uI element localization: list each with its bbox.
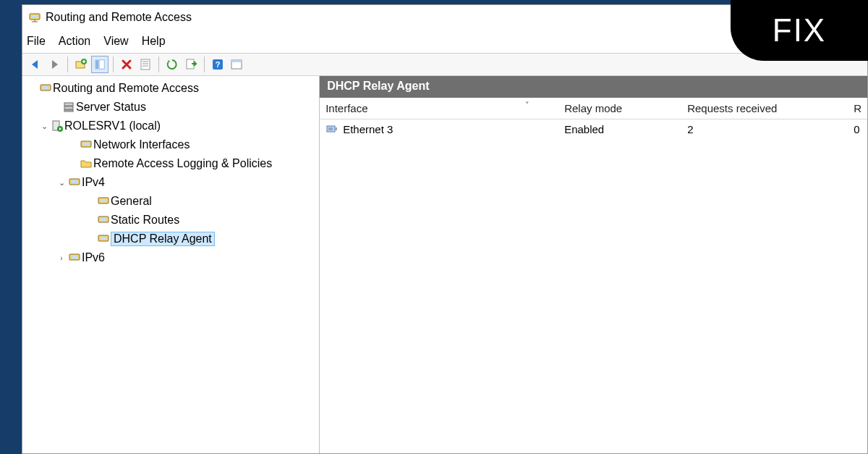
separator xyxy=(204,56,205,72)
tree-server-status[interactable]: Server Status xyxy=(24,98,318,117)
svg-rect-7 xyxy=(99,60,104,69)
svg-rect-29 xyxy=(101,199,106,202)
rras-icon xyxy=(38,82,53,95)
help-button[interactable]: ? xyxy=(209,56,226,73)
window-title: Routing and Remote Access xyxy=(46,11,192,24)
back-button[interactable] xyxy=(27,56,44,73)
tree-root[interactable]: Routing and Remote Access xyxy=(24,79,318,98)
chevron-down-icon[interactable]: ⌄ xyxy=(56,178,67,188)
tree-root-label: Routing and Remote Access xyxy=(53,82,199,95)
rras-window: Routing and Remote Access File Action Vi… xyxy=(22,4,868,454)
tree-dhcprelay-label: DHCP Relay Agent xyxy=(111,232,215,246)
tree-ipv4-dhcp-relay[interactable]: DHCP Relay Agent xyxy=(24,230,318,248)
svg-rect-18 xyxy=(43,86,48,89)
menu-help[interactable]: Help xyxy=(142,35,166,48)
svg-rect-35 xyxy=(72,256,77,258)
svg-rect-1 xyxy=(32,15,38,18)
cell-last: 0 xyxy=(848,122,867,137)
tree-ipv6-label: IPv6 xyxy=(82,251,105,264)
server-running-icon xyxy=(50,119,64,133)
svg-rect-6 xyxy=(95,60,98,69)
svg-rect-19 xyxy=(64,103,73,106)
detail-panel: DHCP Relay Agent Interface Relay mode Re… xyxy=(320,76,867,453)
rras-node-icon xyxy=(96,195,111,208)
tree-ipv4[interactable]: ⌄ IPv4 xyxy=(24,173,318,192)
delete-button[interactable] xyxy=(118,56,135,73)
rras-node-icon xyxy=(96,214,111,227)
forward-button[interactable] xyxy=(46,56,63,73)
svg-rect-37 xyxy=(335,127,337,130)
add-button[interactable] xyxy=(72,56,90,73)
tree-staticroutes-label: Static Routes xyxy=(111,214,179,227)
separator xyxy=(113,56,114,72)
tree-network-interfaces[interactable]: Network Interfaces xyxy=(24,135,318,154)
tree-netif-label: Network Interfaces xyxy=(93,138,190,151)
tree-general-label: General xyxy=(111,195,152,208)
content-area: Routing and Remote Access Server Status … xyxy=(22,76,867,453)
column-headers: Interface Relay mode Requests received R xyxy=(320,98,867,119)
chevron-right-icon[interactable]: › xyxy=(56,254,67,262)
chevron-down-icon[interactable]: ⌄ xyxy=(38,122,50,131)
tree-ipv4-static-routes[interactable]: Static Routes xyxy=(24,211,318,230)
rras-node-icon xyxy=(79,138,93,151)
tree-ipv4-label: IPv4 xyxy=(82,176,105,189)
svg-rect-8 xyxy=(141,59,150,70)
svg-rect-16 xyxy=(231,60,242,62)
rras-node-icon xyxy=(67,251,82,264)
rras-node-icon xyxy=(67,176,82,189)
fix-badge: FIX xyxy=(731,0,868,61)
network-adapter-icon xyxy=(326,122,339,135)
server-status-icon xyxy=(61,101,76,114)
cell-interface: Ethernet 3 xyxy=(320,121,558,137)
cell-requests: 2 xyxy=(681,122,848,137)
rras-node-icon xyxy=(96,232,111,245)
tree-server-status-label: Server Status xyxy=(76,101,146,114)
window-list-button[interactable] xyxy=(228,56,245,73)
menu-file[interactable]: File xyxy=(27,35,46,48)
separator xyxy=(158,56,159,72)
folder-icon xyxy=(79,157,93,170)
menu-action[interactable]: Action xyxy=(59,35,90,48)
tree-server[interactable]: ⌄ ROLESRV1 (local) xyxy=(24,117,318,135)
svg-rect-21 xyxy=(64,110,73,112)
svg-rect-36 xyxy=(327,126,335,132)
show-hide-button[interactable] xyxy=(91,56,109,73)
properties-button[interactable] xyxy=(137,56,154,73)
svg-text:?: ? xyxy=(216,60,221,69)
col-relay-mode[interactable]: Relay mode xyxy=(558,99,681,117)
export-button[interactable] xyxy=(182,56,200,73)
tree-remotelog-label: Remote Access Logging & Policies xyxy=(93,157,272,170)
detail-title: DHCP Relay Agent xyxy=(320,76,867,98)
tree-panel: Routing and Remote Access Server Status … xyxy=(22,76,320,453)
menu-view[interactable]: View xyxy=(103,35,128,48)
svg-rect-31 xyxy=(101,218,106,221)
app-icon xyxy=(28,11,41,24)
svg-rect-25 xyxy=(83,143,89,146)
svg-rect-20 xyxy=(64,106,73,109)
table-row[interactable]: Ethernet 3 Enabled 2 0 xyxy=(320,119,867,138)
separator xyxy=(67,56,68,72)
refresh-button[interactable] xyxy=(163,56,181,73)
cell-interface-text: Ethernet 3 xyxy=(343,123,393,135)
col-requests-received[interactable]: Requests received xyxy=(681,99,848,117)
tree-remote-logging[interactable]: Remote Access Logging & Policies xyxy=(24,154,318,173)
col-last[interactable]: R xyxy=(848,99,867,117)
cell-mode: Enabled xyxy=(558,122,681,137)
toolbar: ? xyxy=(22,53,867,76)
tree-ipv4-general[interactable]: General xyxy=(24,192,318,211)
col-interface[interactable]: Interface xyxy=(320,99,558,117)
tree-server-label: ROLESRV1 (local) xyxy=(64,119,161,133)
svg-rect-33 xyxy=(101,237,106,240)
svg-rect-27 xyxy=(72,180,77,183)
tree-ipv6[interactable]: › IPv6 xyxy=(24,248,318,267)
